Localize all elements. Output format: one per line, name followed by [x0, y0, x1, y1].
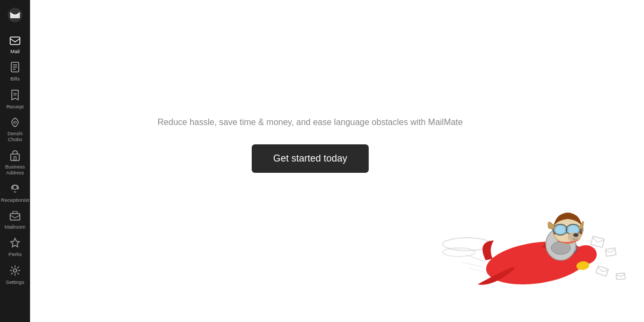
- sidebar-item-receipt[interactable]: Receipt: [0, 85, 30, 113]
- perks-icon: [10, 237, 20, 250]
- svg-rect-11: [12, 187, 13, 189]
- sidebar-item-settings[interactable]: Settings: [0, 261, 30, 288]
- sidebar-item-perks-label: Perks: [9, 251, 21, 257]
- business-address-icon: [10, 150, 20, 163]
- sidebar: Mail Bills Receipt: [0, 0, 30, 322]
- sidebar-item-receipt-label: Receipt: [6, 104, 24, 109]
- denshi-chobo-icon: [10, 117, 20, 129]
- svg-point-14: [13, 269, 17, 272]
- svg-rect-1: [10, 37, 20, 45]
- svg-rect-8: [11, 154, 19, 160]
- hero-section: Reduce hassle, save time & money, and ea…: [158, 118, 463, 173]
- sidebar-item-receptionist[interactable]: Receptionist: [0, 179, 30, 206]
- mailroom-icon: [10, 211, 20, 222]
- sidebar-item-mailroom-label: Mailroom: [4, 224, 25, 230]
- mascot-illustration: [435, 150, 628, 311]
- receipt-icon: [11, 90, 19, 102]
- tagline-text: Reduce hassle, save time & money, and ea…: [158, 118, 463, 127]
- mail-icon: [10, 36, 20, 47]
- svg-point-10: [13, 185, 17, 189]
- sidebar-item-bills-label: Bills: [10, 76, 19, 82]
- svg-line-37: [462, 262, 483, 267]
- svg-rect-34: [596, 266, 609, 276]
- svg-line-38: [470, 268, 487, 273]
- svg-rect-12: [18, 187, 19, 189]
- sidebar-item-denshi-chobo[interactable]: Denshi Chobo: [0, 113, 30, 146]
- sidebar-item-settings-label: Settings: [6, 279, 24, 285]
- bills-icon: [10, 62, 20, 74]
- svg-rect-32: [591, 236, 604, 247]
- sidebar-item-perks[interactable]: Perks: [0, 233, 30, 260]
- sidebar-item-business-label: Business Address: [5, 164, 25, 176]
- svg-line-36: [466, 255, 486, 262]
- main-content: Reduce hassle, save time & money, and ea…: [30, 0, 644, 322]
- svg-point-28: [568, 226, 578, 233]
- receptionist-icon: [10, 183, 20, 195]
- sidebar-item-receptionist-label: Receptionist: [1, 197, 29, 203]
- sidebar-item-mailroom[interactable]: Mailroom: [0, 207, 30, 233]
- sidebar-item-bills[interactable]: Bills: [0, 57, 30, 85]
- svg-rect-9: [14, 157, 16, 160]
- svg-point-16: [443, 248, 475, 257]
- sidebar-item-mail-label: Mail: [10, 48, 19, 54]
- get-started-button[interactable]: Get started today: [252, 144, 369, 173]
- svg-point-26: [555, 226, 565, 233]
- svg-point-31: [573, 233, 579, 237]
- sidebar-item-business-address[interactable]: Business Address: [0, 146, 30, 179]
- sidebar-item-mail[interactable]: Mail: [0, 32, 30, 57]
- sidebar-item-denshi-label: Denshi Chobo: [8, 131, 23, 143]
- svg-rect-13: [10, 214, 20, 220]
- settings-icon: [10, 265, 20, 277]
- logo: [0, 0, 30, 30]
